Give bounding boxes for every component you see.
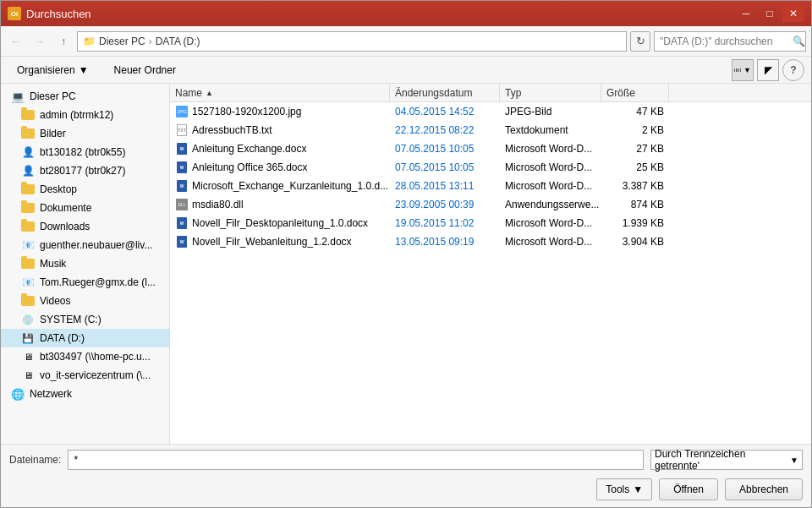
sidebar-item-data-d[interactable]: 💾 DATA (D:): [1, 329, 169, 347]
file-type-cell: Microsoft Word-D...: [500, 236, 601, 248]
table-row[interactable]: W Novell_Filr_Webanleitung_1.2.docx 13.0…: [170, 232, 811, 251]
sidebar-item-dieser-pc[interactable]: 💻 Dieser PC: [1, 87, 169, 106]
sidebar-item-label: Dieser PC: [30, 90, 76, 102]
search-box: 🔍: [654, 31, 806, 52]
file-dialog-window: OI Durchsuchen ─ □ ✕ ← → ↑ 📁 Dieser PC ›…: [0, 0, 812, 508]
file-name-cell: W Novell_Filr_Desktopanleitung_1.0.docx: [170, 216, 390, 230]
docx-file-icon: W: [175, 161, 189, 174]
file-type-cell: Microsoft Word-D...: [500, 180, 601, 192]
new-folder-button[interactable]: Neuer Ordner: [105, 59, 185, 81]
file-size-cell: 3.387 KB: [601, 180, 669, 192]
column-header-date[interactable]: Änderungsdatum: [390, 84, 500, 101]
sidebar-item-bilder[interactable]: Bilder: [1, 124, 169, 143]
file-type-cell: JPEG-Bild: [500, 106, 601, 117]
txt-file-icon: TXT: [175, 123, 189, 137]
sidebar-item-guenther[interactable]: 📧 guenther.neubauer@liv...: [1, 236, 169, 254]
docx-file-icon: W: [175, 142, 189, 156]
sidebar-item-tom-rueger[interactable]: 📧 Tom.Rueger@gmx.de (l...: [1, 273, 169, 292]
close-button[interactable]: ✕: [782, 5, 804, 22]
sidebar-item-videos[interactable]: Videos: [1, 292, 169, 310]
vo-it-icon: 🖥: [21, 369, 35, 382]
app-icon: OI: [8, 7, 21, 20]
bottom-bar: Dateiname: Durch Trennzeichen getrennte'…: [1, 444, 811, 507]
sidebar-item-downloads[interactable]: Downloads: [1, 217, 169, 236]
sidebar-item-bt130182[interactable]: 👤 bt130182 (btr0k55): [1, 143, 169, 161]
up-button[interactable]: ↑: [53, 31, 74, 52]
forward-button[interactable]: →: [30, 31, 50, 52]
bt130182-icon: 👤: [21, 145, 35, 159]
main-content: 💻 Dieser PC admin (btrmk12) Bilder 👤 bt1…: [1, 84, 811, 444]
window-title: Durchsuchen: [26, 8, 91, 20]
sidebar: 💻 Dieser PC admin (btrmk12) Bilder 👤 bt1…: [1, 84, 170, 444]
table-row[interactable]: TXT AdressbuchTB.txt 22.12.2015 08:22 Te…: [170, 121, 811, 139]
column-header-name[interactable]: Name ▲: [170, 84, 390, 101]
back-button[interactable]: ←: [6, 31, 26, 52]
filename-input[interactable]: [68, 450, 644, 470]
toolbar-right: ▼ ◤ ?: [732, 59, 804, 81]
toolbar: Organisieren ▼ Neuer Ordner ▼ ◤ ?: [1, 57, 811, 84]
data-d-icon: 💾: [21, 331, 35, 345]
action-row: Tools ▼ Öffnen Abbrechen: [1, 475, 811, 507]
open-button[interactable]: Öffnen: [659, 478, 718, 500]
file-size-cell: 1.939 KB: [601, 217, 669, 229]
sidebar-item-netzwerk[interactable]: 🌐 Netzwerk: [1, 385, 169, 403]
cancel-button[interactable]: Abbrechen: [725, 478, 803, 500]
path-part-1: Dieser PC: [99, 36, 145, 47]
sidebar-item-vo-it[interactable]: 🖥 vo_it-servicezentrum (\...: [1, 366, 169, 385]
bt303497-icon: 🖥: [21, 350, 35, 363]
file-date-cell: 23.09.2005 00:39: [390, 199, 500, 210]
sidebar-item-dokumente[interactable]: Dokumente: [1, 199, 169, 217]
maximize-button[interactable]: □: [759, 5, 781, 22]
musik-folder-icon: [21, 257, 35, 270]
sidebar-item-label: Bilder: [40, 128, 66, 139]
dll-file-icon: DLL: [175, 198, 189, 211]
sort-asc-icon: ▲: [206, 89, 213, 97]
address-path[interactable]: 📁 Dieser PC › DATA (D:): [77, 31, 627, 52]
new-folder-label: Neuer Ordner: [114, 64, 176, 76]
table-row[interactable]: W Novell_Filr_Desktopanleitung_1.0.docx …: [170, 214, 811, 232]
refresh-button[interactable]: ↻: [630, 31, 650, 52]
file-name-cell: W Microsoft_Exchange_Kurzanleitung_1.0.d…: [170, 179, 390, 193]
sidebar-item-system-c[interactable]: 💿 SYSTEM (C:): [1, 310, 169, 329]
help-button[interactable]: ?: [782, 59, 804, 81]
view-toggle-button[interactable]: ▼: [732, 59, 754, 81]
sidebar-item-admin[interactable]: admin (btrmk12): [1, 106, 169, 124]
window-controls: ─ □ ✕: [735, 5, 804, 22]
organize-button[interactable]: Organisieren ▼: [8, 59, 98, 81]
sidebar-item-label: Musik: [40, 258, 66, 270]
table-row[interactable]: W Microsoft_Exchange_Kurzanleitung_1.0.d…: [170, 177, 811, 195]
search-input[interactable]: [655, 36, 792, 47]
filetype-select[interactable]: Durch Trennzeichen getrennte' ▼: [650, 450, 803, 470]
file-size-cell: 874 KB: [601, 199, 669, 210]
sidebar-item-label: vo_it-servicezentrum (\...: [40, 369, 151, 381]
file-date-cell: 28.05.2015 13:11: [390, 180, 500, 192]
file-name-cell: TXT AdressbuchTB.txt: [170, 123, 390, 137]
docx-file-icon: W: [175, 216, 189, 230]
sidebar-item-bt280177[interactable]: 👤 bt280177 (btr0k27): [1, 161, 169, 180]
netzwerk-icon: 🌐: [11, 387, 25, 401]
file-name-cell: DLL msdia80.dll: [170, 198, 390, 211]
search-icon[interactable]: 🔍: [792, 32, 805, 51]
tools-chevron-icon: ▼: [633, 483, 643, 495]
table-row[interactable]: JPG 1527180-1920x1200.jpg 04.05.2015 14:…: [170, 102, 811, 121]
tools-button[interactable]: Tools ▼: [596, 478, 652, 500]
sidebar-item-label: bt130182 (btr0k55): [40, 146, 125, 158]
organize-chevron-icon: ▼: [79, 64, 89, 76]
table-row[interactable]: W Anleitung Office 365.docx 07.05.2015 1…: [170, 158, 811, 177]
file-date-cell: 19.05.2015 11:02: [390, 217, 500, 229]
column-header-size[interactable]: Größe: [601, 84, 669, 101]
table-row[interactable]: DLL msdia80.dll 23.09.2005 00:39 Anwendu…: [170, 195, 811, 214]
pane-button[interactable]: ◤: [757, 59, 779, 81]
sidebar-item-desktop[interactable]: Desktop: [1, 180, 169, 199]
file-date-cell: 04.05.2015 14:52: [390, 106, 500, 117]
minimize-button[interactable]: ─: [735, 5, 757, 22]
column-header-type[interactable]: Typ: [500, 84, 601, 101]
file-type-cell: Microsoft Word-D...: [500, 143, 601, 155]
sidebar-item-musik[interactable]: Musik: [1, 254, 169, 273]
tom-rueger-icon: 📧: [21, 276, 35, 289]
file-name-cell: JPG 1527180-1920x1200.jpg: [170, 105, 390, 118]
table-row[interactable]: W Anleitung Exchange.docx 07.05.2015 10:…: [170, 139, 811, 158]
sidebar-item-label: bt303497 (\\home-pc.u...: [40, 351, 151, 363]
sidebar-item-label: bt280177 (btr0k27): [40, 165, 125, 177]
sidebar-item-bt303497[interactable]: 🖥 bt303497 (\\home-pc.u...: [1, 347, 169, 366]
